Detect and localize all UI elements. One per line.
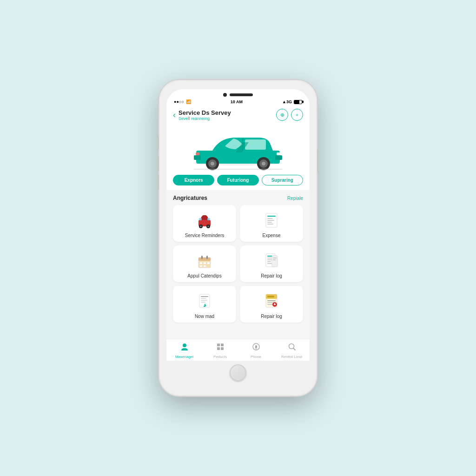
nav-phone-label: Phone xyxy=(251,355,261,359)
tab-futuriong[interactable]: Futuriong xyxy=(217,175,258,185)
svg-point-19 xyxy=(207,225,209,227)
svg-point-11 xyxy=(211,162,214,165)
globe-button[interactable]: ⊕ xyxy=(276,109,288,121)
svg-rect-21 xyxy=(207,218,210,220)
svg-rect-5 xyxy=(194,155,201,160)
status-bar: ●●○○ 📶 10 AM ▲3G xyxy=(166,99,310,105)
service-reminders-label: Service Reminders xyxy=(185,233,224,238)
page-title: Service Ds Servey xyxy=(178,109,231,116)
status-right: ▲3G xyxy=(282,99,302,104)
header-actions: ⊕ + xyxy=(276,109,303,121)
svg-rect-44 xyxy=(273,258,277,258)
home-button-area xyxy=(166,361,310,387)
expense-icon xyxy=(262,211,281,230)
feature-card-repair-log-2[interactable]: Repair log xyxy=(240,286,303,323)
svg-rect-39 xyxy=(267,258,272,258)
nav-masenagel-label: Masenagel xyxy=(175,355,193,359)
repair-log-icon-2 xyxy=(262,291,281,311)
svg-rect-36 xyxy=(204,265,206,267)
now-mad-icon xyxy=(195,291,214,311)
svg-rect-67 xyxy=(255,345,257,348)
svg-rect-2 xyxy=(245,139,266,150)
svg-rect-55 xyxy=(267,300,276,301)
feature-card-now-mad[interactable]: Now mad xyxy=(173,286,236,323)
svg-rect-32 xyxy=(200,262,202,264)
service-reminders-icon xyxy=(195,211,214,230)
svg-rect-48 xyxy=(201,298,206,299)
svg-rect-12 xyxy=(277,152,280,155)
tab-supraring[interactable]: Supraring xyxy=(262,175,303,185)
tab-expnors[interactable]: Expnors xyxy=(173,175,214,185)
front-camera xyxy=(223,93,227,97)
svg-rect-26 xyxy=(267,222,272,223)
feature-card-service-reminders[interactable]: Service Reminders xyxy=(173,205,236,242)
nav-peducts-icon xyxy=(216,342,225,354)
nav-item-peducts[interactable]: Peducts xyxy=(202,342,238,359)
svg-line-70 xyxy=(293,348,295,350)
svg-rect-20 xyxy=(199,218,202,220)
feature-card-expense[interactable]: Expense xyxy=(240,205,303,242)
svg-rect-68 xyxy=(255,349,257,349)
svg-rect-63 xyxy=(221,344,224,346)
svg-rect-27 xyxy=(267,224,273,225)
nav-item-masenagel[interactable]: Masenagel xyxy=(166,342,202,359)
app-header: ‹ Service Ds Servey Sevell reanneing ⊕ + xyxy=(166,105,310,124)
svg-rect-30 xyxy=(201,256,203,259)
car-image-section xyxy=(166,124,310,175)
nav-item-phone[interactable]: Phone xyxy=(238,342,274,359)
header-left: ‹ Service Ds Servey Sevell reanneing xyxy=(173,109,231,121)
page-subtitle: Sevell reanneing xyxy=(178,116,231,121)
svg-rect-33 xyxy=(204,262,206,264)
svg-point-61 xyxy=(183,344,186,347)
features-header: Angricatures Repiale xyxy=(173,195,303,201)
status-time: 10 AM xyxy=(231,99,243,104)
svg-rect-47 xyxy=(201,296,208,297)
back-button[interactable]: ‹ xyxy=(173,110,176,120)
expense-label: Expense xyxy=(263,233,281,238)
features-grid: Service Reminders xyxy=(173,205,303,323)
svg-rect-50 xyxy=(201,302,205,303)
feature-card-appul[interactable]: Appul Catendips xyxy=(173,245,236,282)
now-mad-label: Now mad xyxy=(195,314,214,319)
notch xyxy=(166,89,310,99)
repair-log-label-2: Repair log xyxy=(261,314,282,319)
nav-phone-icon xyxy=(251,342,261,354)
status-left: ●●○○ 📶 xyxy=(174,99,191,104)
svg-rect-42 xyxy=(267,263,272,264)
earpiece xyxy=(230,93,253,96)
svg-rect-41 xyxy=(267,261,271,262)
svg-rect-54 xyxy=(267,296,274,298)
repair-log-icon-1 xyxy=(262,251,281,271)
svg-point-8 xyxy=(262,162,265,165)
car-image xyxy=(187,128,289,170)
svg-rect-64 xyxy=(217,347,220,350)
signal-dots: ●●○○ xyxy=(174,99,184,104)
svg-rect-24 xyxy=(267,218,273,219)
svg-rect-62 xyxy=(217,344,220,346)
phone-screen: ●●○○ 📶 10 AM ▲3G ‹ Service Ds Servey Sev… xyxy=(166,89,310,387)
nav-rentbil-icon xyxy=(287,342,297,354)
svg-rect-34 xyxy=(207,262,210,264)
svg-rect-56 xyxy=(267,302,274,303)
nav-masenagel-icon xyxy=(180,342,189,354)
feature-card-repair-log-1[interactable]: Repair log xyxy=(240,245,303,282)
add-button[interactable]: + xyxy=(291,109,303,121)
phone-frame: ●●○○ 📶 10 AM ▲3G ‹ Service Ds Servey Sev… xyxy=(159,80,317,396)
home-button[interactable] xyxy=(230,364,246,381)
nav-rentbil-label: Rentbil Lond xyxy=(281,355,302,359)
svg-rect-31 xyxy=(206,256,208,259)
svg-rect-65 xyxy=(221,347,224,350)
appul-catendips-label: Appul Catendips xyxy=(187,273,221,278)
nav-peducts-label: Peducts xyxy=(213,355,227,359)
nav-item-rentbil[interactable]: Rentbil Lond xyxy=(274,342,310,359)
tabs-section: Expnors Futuriong Supraring xyxy=(166,175,310,190)
svg-rect-4 xyxy=(275,155,282,160)
app-screen: ‹ Service Ds Servey Sevell reanneing ⊕ + xyxy=(166,105,310,361)
features-action-link[interactable]: Repiale xyxy=(287,196,303,201)
bottom-nav: Masenagel Peducts xyxy=(166,339,310,361)
svg-rect-29 xyxy=(198,258,211,261)
svg-rect-13 xyxy=(196,152,199,155)
svg-rect-43 xyxy=(272,256,278,267)
signal-icon: ▲3G xyxy=(282,99,292,104)
features-section: Angricatures Repiale xyxy=(166,190,310,339)
